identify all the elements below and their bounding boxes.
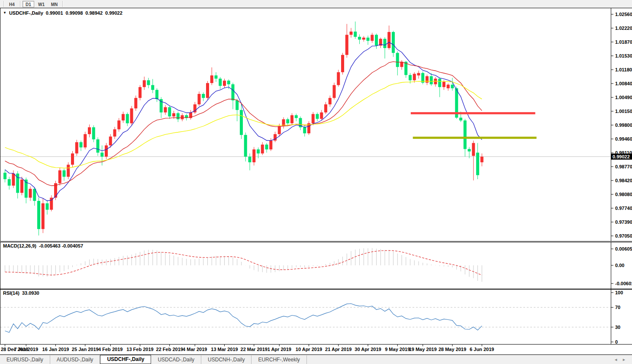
date-label: 4 Mar 2019 [183,347,207,352]
rsi-tick-label: 0 [615,339,618,345]
price-tick-label: 1.00840 [615,81,632,86]
rsi-tick-label: 70 [615,305,620,310]
tab-scroll-left-icon[interactable]: ◄ [614,358,618,362]
macd-values: -0.005463 -0.004057 [39,243,83,248]
terminal-window: H4D1W1MN ▼ USDCHF-,Daily 0.99001 0.99098… [0,0,632,364]
chart-tab-usdcnhdaily[interactable]: USDCNH-,Daily [201,355,252,364]
candle-up [426,76,429,83]
timeframe-button-mn[interactable]: MN [48,1,60,7]
candle-up [261,145,264,153]
date-axis: 28 Dec 20187 Jan 201916 Jan 201925 Jan 2… [0,345,632,354]
candle-down [316,114,319,119]
date-label: 9 May 2019 [385,347,410,352]
candle-down [303,127,306,133]
tab-scroll-right-icon[interactable]: ► [622,358,626,362]
candlestick-chart[interactable]: 1.025601.022201.018701.015301.011801.008… [0,8,632,242]
candle-down [464,120,467,149]
candle-down [126,114,129,123]
candle-up [333,85,336,98]
macd-tick-label: 0.00 [615,263,624,268]
resistance-line [411,112,535,114]
price-tick-label: 0.98080 [615,192,632,197]
date-label: 30 Apr 2019 [355,347,381,352]
timeframe-button-d1[interactable]: D1 [23,1,34,7]
rsi-value: 33.0930 [22,290,39,296]
chart-tab-usdcaddaily[interactable]: USDCAD-,Daily [151,355,201,364]
date-label: 13 Mar 2019 [211,347,238,352]
candle-up [105,145,108,157]
price-tick-label: 0.97390 [615,219,632,225]
timeframe-toolbar: H4D1W1MN [0,0,632,8]
macd-panel[interactable]: MACD(12,26,9) -0.005463 -0.004057 0.0060… [0,242,632,289]
candle-down [33,189,36,201]
main-chart-panel[interactable]: ▼ USDCHF-,Daily 0.99001 0.99098 0.98942 … [0,8,632,242]
chart-tab-audusddaily[interactable]: AUDUSD-,Daily [50,355,100,364]
candle-down [295,115,298,118]
candle-down [168,107,171,116]
candle-up [67,165,70,177]
chart-symbol-label: USDCHF-,Daily [9,10,43,16]
candle-up [181,115,184,119]
chart-tab-usdchfdaily[interactable]: USDCHF-,Daily [100,355,151,364]
ma-fast-blue [5,42,482,201]
candle-down [257,149,260,153]
candle-up [206,83,209,98]
date-label: 16 Jan 2019 [42,347,69,352]
rsi-panel[interactable]: RSI(14) 33.0930 10070300 [0,289,632,345]
candle-up [290,115,293,123]
candle-up [130,108,133,123]
macd-name: MACD(12,26,9) [3,243,36,248]
candle-down [392,32,395,53]
candle-down [354,32,357,37]
macd-tick-label: -0.006011 [615,281,632,286]
candle-down [459,118,462,121]
candle-up [117,120,120,129]
candle-up [337,72,340,85]
candle-down [177,113,180,119]
candle-down [476,153,479,175]
candle-up [143,80,146,87]
candle-up [42,203,45,229]
chart-tab-eurchfweekly[interactable]: EURCHF-,Weekly [252,355,306,364]
price-tick-label: 1.01530 [615,53,632,58]
candle-up [417,73,420,76]
candle-down [97,139,100,153]
candle-up [324,104,327,113]
candle-up [472,143,475,156]
candle-down [396,53,399,67]
price-tick-label: 0.98420 [615,178,632,183]
price-tick-label: 0.99800 [615,122,632,128]
chart-tab-eurusddaily[interactable]: EURUSD-,Daily [0,355,50,364]
toolbar-separator [20,1,20,7]
candle-down [235,100,239,110]
candle-up [362,38,365,40]
candle-up [312,114,315,123]
candle-down [227,81,230,84]
candle-up [139,87,142,98]
candle-up [75,142,78,153]
candle-down [232,84,235,100]
date-axis-labels: 28 Dec 20187 Jan 201916 Jan 201925 Jan 2… [0,345,632,354]
candle-up [172,113,175,116]
symbol-dropdown-icon[interactable]: ▼ [3,11,6,15]
toolbar-separator [62,1,63,7]
macd-chart: 0.0060540.00-0.006011 [0,242,632,289]
candle-up [29,189,32,197]
timeframe-button-h4[interactable]: H4 [6,1,18,7]
rsi-line [5,304,482,333]
tab-scrollers: ◄ ► [614,358,626,362]
candle-down [46,203,49,210]
candle-up [269,141,272,149]
rsi-tick-label: 100 [615,290,623,295]
price-tick-label: 1.00490 [615,95,632,100]
price-tick-label: 0.97050 [615,233,632,238]
date-label: 13 Feb 2019 [126,347,153,352]
quote-low: 0.98942 [85,10,103,16]
candle-down [151,85,154,90]
price-tick-label: 1.00150 [615,109,632,114]
candle-up [122,114,125,120]
timeframe-button-w1[interactable]: W1 [35,1,47,7]
price-tick-label: 1.01180 [615,67,632,72]
quote-open: 0.99001 [46,10,63,16]
candle-up [480,157,484,162]
